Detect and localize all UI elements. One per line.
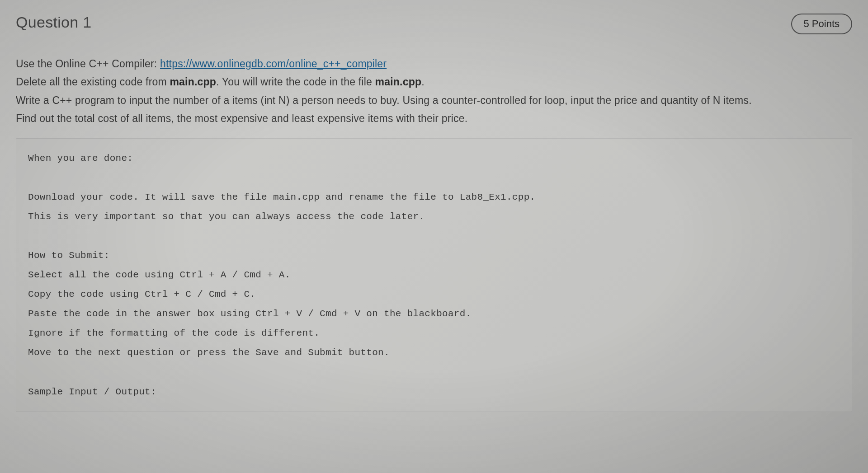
body-line2-prefix: Delete all the existing code from bbox=[16, 76, 170, 88]
question-title: Question 1 bbox=[16, 14, 91, 31]
question-container: Question 1 5 Points Use the Online C++ C… bbox=[0, 0, 868, 412]
question-body: Use the Online C++ Compiler: https://www… bbox=[16, 55, 852, 127]
body-line1-prefix: Use the Online C++ Compiler: bbox=[16, 58, 160, 70]
body-line2-suffix: . bbox=[421, 76, 425, 88]
body-line3: Write a C++ program to input the number … bbox=[16, 94, 752, 106]
instructions-code-block: When you are done: Download your code. I… bbox=[16, 138, 852, 412]
body-line4: Find out the total cost of all items, th… bbox=[16, 112, 467, 124]
question-header: Question 1 5 Points bbox=[16, 14, 852, 34]
compiler-link[interactable]: https://www.onlinegdb.com/online_c++_com… bbox=[160, 58, 387, 70]
body-line2-bold2: main.cpp bbox=[375, 76, 422, 88]
body-line2-bold1: main.cpp bbox=[170, 76, 216, 88]
body-line2-mid: . You will write the code in the file bbox=[216, 76, 375, 88]
points-badge: 5 Points bbox=[791, 14, 853, 34]
